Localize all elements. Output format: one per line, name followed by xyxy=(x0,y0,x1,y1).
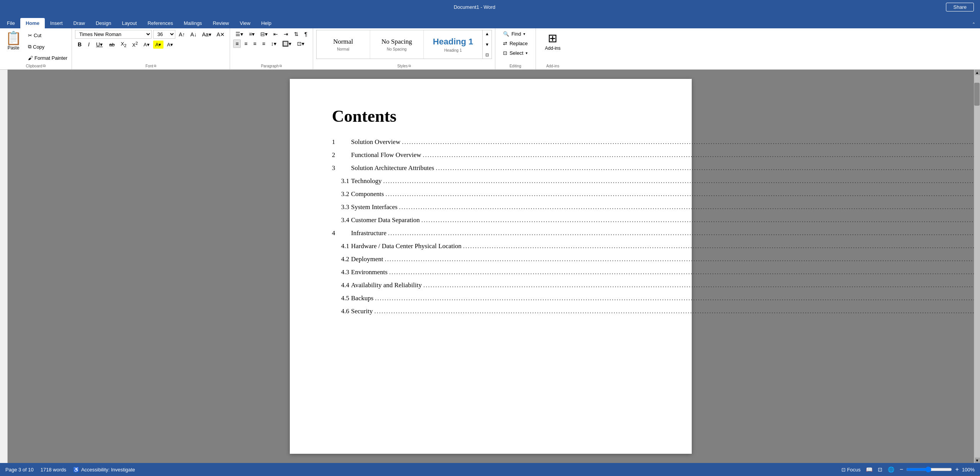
decrease-font-button[interactable]: A↓ xyxy=(188,30,198,39)
styles-scroll-up[interactable]: ▲ xyxy=(483,30,492,37)
paragraph-expand-icon[interactable]: ⧉ xyxy=(279,64,282,68)
zoom-level: 100% xyxy=(962,467,975,473)
table-row: 4.6 Security ...........................… xyxy=(332,308,650,315)
table-row: 3 Solution Architecture Attributes .....… xyxy=(332,164,650,172)
multilevel-list-button[interactable]: ⊟▾ xyxy=(258,30,270,38)
tab-layout[interactable]: Layout xyxy=(116,18,142,28)
align-right-button[interactable]: ≡ xyxy=(251,39,258,48)
style-no-spacing[interactable]: No Spacing No Spacing xyxy=(370,30,424,59)
bold-button[interactable]: B xyxy=(75,40,84,49)
left-margin xyxy=(0,70,8,463)
document-scroll[interactable]: Contents 1 Solution Overview ...........… xyxy=(8,70,974,463)
paste-button[interactable]: 📋 Paste xyxy=(2,30,24,64)
styles-expand-icon[interactable]: ⧉ xyxy=(408,64,411,68)
numbering-button[interactable]: ≡▾ xyxy=(247,30,257,38)
font-group-label: Font ⧉ xyxy=(75,64,227,69)
zoom-controls: − + 100% xyxy=(900,466,975,473)
tab-home[interactable]: Home xyxy=(20,18,45,28)
copy-button[interactable]: ⧉ Copy xyxy=(26,43,69,51)
text-effect-button[interactable]: A▾ xyxy=(165,41,175,49)
strikethrough-button[interactable]: ab xyxy=(106,41,117,49)
select-button[interactable]: ⊡ Select ▾ xyxy=(501,49,530,57)
tab-review[interactable]: Review xyxy=(207,18,235,28)
font-group: Times New Roman 36 A↑ A↓ Aa▾ A✕ B I U▾ a… xyxy=(72,28,230,69)
line-spacing-button[interactable]: ↕▾ xyxy=(269,39,279,48)
scroll-up-arrow[interactable]: ▲ xyxy=(975,70,980,75)
read-mode-button[interactable]: 📖 xyxy=(866,466,872,473)
subscript-button[interactable]: X2 xyxy=(119,40,129,49)
highlight-button[interactable]: A▾ xyxy=(153,41,164,49)
clipboard-expand-icon[interactable]: ⧉ xyxy=(43,64,46,68)
justify-button[interactable]: ≡ xyxy=(260,39,268,48)
zoom-out-button[interactable]: − xyxy=(900,466,903,473)
align-left-button[interactable]: ≡ xyxy=(233,39,241,48)
scroll-down-arrow[interactable]: ▼ xyxy=(975,458,980,463)
zoom-in-button[interactable]: + xyxy=(955,466,959,473)
select-icon: ⊡ xyxy=(503,50,507,56)
zoom-slider[interactable] xyxy=(906,466,952,473)
table-row: 3.3 System Interfaces ..................… xyxy=(332,203,650,211)
underline-button[interactable]: U▾ xyxy=(93,40,105,49)
vertical-scrollbar[interactable]: ▲ ▼ xyxy=(974,70,980,463)
table-row: 4 Infrastructure .......................… xyxy=(332,229,650,237)
tab-design[interactable]: Design xyxy=(90,18,116,28)
decrease-indent-button[interactable]: ⇤ xyxy=(271,30,280,38)
style-heading1[interactable]: Heading 1 Heading 1 xyxy=(424,30,482,59)
status-right: ⊡ Focus 📖 ⊡ 🌐 − + 100% xyxy=(841,466,975,473)
table-row: 4.1 Hardware / Data Center Physical Loca… xyxy=(332,242,650,250)
font-expand-icon[interactable]: ⧉ xyxy=(154,64,156,68)
focus-button[interactable]: ⊡ Focus xyxy=(841,467,861,473)
styles-expand[interactable]: ⊡ xyxy=(483,51,492,59)
share-button[interactable]: Share xyxy=(946,3,974,11)
style-normal[interactable]: Normal Normal xyxy=(317,30,370,59)
scroll-track[interactable] xyxy=(974,75,980,458)
clipboard-group-label: Clipboard ⧉ xyxy=(2,64,69,69)
font-size-select[interactable]: 36 xyxy=(153,30,175,39)
scroll-thumb[interactable] xyxy=(974,83,980,106)
sort-button[interactable]: ⇅ xyxy=(292,30,301,38)
web-layout-button[interactable]: 🌐 xyxy=(888,466,894,473)
increase-indent-button[interactable]: ⇥ xyxy=(281,30,291,38)
cut-button[interactable]: ✂ Cut xyxy=(26,32,69,39)
styles-scroll-down[interactable]: ▼ xyxy=(483,41,492,48)
table-row: 4.5 Backups ............................… xyxy=(332,294,650,302)
accessibility-status[interactable]: ♿ Accessibility: Investigate xyxy=(73,467,135,473)
italic-button[interactable]: I xyxy=(85,40,92,49)
align-center-button[interactable]: ≡ xyxy=(242,39,250,48)
font-name-select[interactable]: Times New Roman xyxy=(75,30,152,39)
shading-button[interactable]: 🔲▾ xyxy=(280,39,294,48)
superscript-button[interactable]: X2 xyxy=(130,40,140,49)
document-area: Contents 1 Solution Overview ...........… xyxy=(0,70,980,463)
increase-font-button[interactable]: A↑ xyxy=(177,30,187,39)
tab-references[interactable]: References xyxy=(142,18,178,28)
copy-icon: ⧉ xyxy=(28,44,31,50)
paragraph-group: ☰▾ ≡▾ ⊟▾ ⇤ ⇥ ⇅ ¶ ≡ ≡ ≡ ≡ ↕▾ 🔲▾ ⊡▾ Paragr… xyxy=(230,28,313,69)
tab-insert[interactable]: Insert xyxy=(45,18,68,28)
styles-list: Normal Normal No Spacing No Spacing Head… xyxy=(316,30,483,59)
clear-formatting-button[interactable]: A✕ xyxy=(215,30,227,39)
print-layout-button[interactable]: ⊡ xyxy=(878,466,882,473)
tab-view[interactable]: View xyxy=(234,18,256,28)
tab-help[interactable]: Help xyxy=(256,18,277,28)
font-color-button[interactable]: A▾ xyxy=(141,41,152,49)
styles-group: Normal Normal No Spacing No Spacing Head… xyxy=(313,28,495,69)
addins-group: ⊞ Add-ins Add-ins xyxy=(536,28,570,69)
accessibility-icon: ♿ xyxy=(73,467,79,473)
replace-button[interactable]: ⇄ Replace xyxy=(501,39,530,47)
show-formatting-button[interactable]: ¶ xyxy=(302,30,310,38)
borders-button[interactable]: ⊡▾ xyxy=(295,39,307,48)
bullets-button[interactable]: ☰▾ xyxy=(233,30,245,38)
format-painter-button[interactable]: 🖌 Format Painter xyxy=(26,54,69,62)
toc-list: 1 Solution Overview ....................… xyxy=(332,138,650,315)
addins-button[interactable]: ⊞ Add-ins xyxy=(541,30,565,52)
tab-file[interactable]: File xyxy=(2,18,20,28)
clipboard-group: 📋 Paste ✂ Cut ⧉ Copy 🖌 Format Painter C xyxy=(0,28,72,69)
styles-scroll-arrows: ▲ ▼ ⊡ xyxy=(483,30,492,59)
find-button[interactable]: 🔍 Find ▾ xyxy=(501,30,530,38)
tab-draw[interactable]: Draw xyxy=(68,18,90,28)
table-row: 3.2 Components .........................… xyxy=(332,190,650,198)
ribbon-collapse[interactable]: ⌃ xyxy=(969,20,978,28)
change-case-button[interactable]: Aa▾ xyxy=(200,30,213,39)
clipboard-small-buttons: ✂ Cut ⧉ Copy 🖌 Format Painter xyxy=(25,30,69,64)
tab-mailings[interactable]: Mailings xyxy=(178,18,207,28)
